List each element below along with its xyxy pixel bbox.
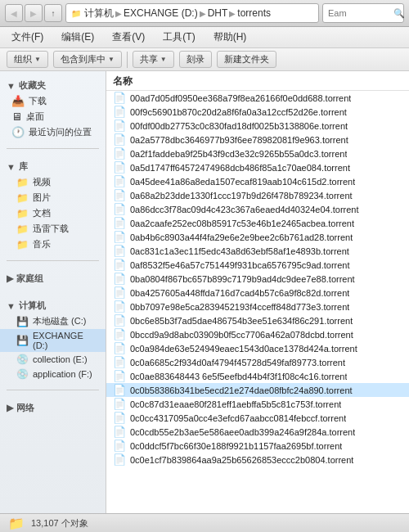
computer-label: 计算机 bbox=[19, 300, 46, 312]
breadcrumb-computer[interactable]: 计算机 bbox=[84, 7, 114, 20]
favorites-label: 收藏夹 bbox=[19, 79, 46, 92]
list-item[interactable]: 📄0ac831c1a3ec11f5edc43a8d63ebf58af1e4893… bbox=[106, 244, 409, 258]
up-button[interactable]: ↑ bbox=[44, 4, 62, 22]
sidebar-item-drive-e[interactable]: 💿 collection (E:) bbox=[0, 352, 106, 367]
computer-arrow: ▼ bbox=[7, 301, 16, 311]
torrent-file-icon: 📄 bbox=[113, 314, 126, 327]
breadcrumb-torrents[interactable]: torrents bbox=[237, 7, 271, 19]
list-item[interactable]: 📄0ab4b6c8903a44f4fa29e6e2e9bee2c6b761ad2… bbox=[106, 230, 409, 244]
menu-help[interactable]: 帮助(H) bbox=[209, 29, 252, 46]
list-item[interactable]: 📄0ba4257605a448ffda716d7cad4b57c6a9f8c82… bbox=[106, 286, 409, 300]
menu-tools[interactable]: 工具(T) bbox=[158, 29, 200, 46]
menubar: 文件(F) 编辑(E) 查看(V) 工具(T) 帮助(H) bbox=[0, 27, 409, 48]
burn-label: 刻录 bbox=[187, 53, 204, 65]
sidebar-item-drive-f[interactable]: 💿 application (F:) bbox=[0, 367, 106, 381]
list-item[interactable]: 📄0c0ae883648443 6e5f5eefbd44b4f3f1f08c4c… bbox=[106, 369, 409, 383]
list-item[interactable]: 📄0a2a5778dbc3646977b93f6ee78982081f9e963… bbox=[106, 133, 409, 147]
file-name: 0c0a6685c2f934d0af4794f45728d549faf89773… bbox=[130, 358, 345, 367]
list-item[interactable]: 📄00fdf00db27753c0c830fad18df0025b3138806… bbox=[106, 119, 409, 133]
search-input[interactable] bbox=[328, 8, 393, 18]
network-arrow: ▶ bbox=[7, 403, 13, 413]
network-header[interactable]: ▶ 网络 bbox=[0, 399, 106, 416]
torrent-file-icon: 📄 bbox=[113, 453, 126, 466]
file-name: 00fdf00db27753c0c830fad18df0025b3138806e… bbox=[130, 121, 348, 131]
torrent-file-icon: 📄 bbox=[113, 426, 126, 438]
organize-button[interactable]: 组织 ▼ bbox=[7, 51, 48, 68]
videos-icon: 📁 bbox=[16, 177, 29, 188]
file-name: 0af8532f5e46a57c751449f931bca6576795c9ad… bbox=[130, 260, 350, 270]
sidebar-item-drive-c[interactable]: 💾 本地磁盘 (C:) bbox=[0, 313, 106, 329]
torrent-file-icon: 📄 bbox=[113, 398, 126, 410]
list-item[interactable]: 📄0c0c87d31eaae80f281eff1aebffa5b5c81c753… bbox=[106, 397, 409, 411]
sidebar: ▼ 收藏夹 📥 下载 🖥 桌面 🕐 最近访问的位置 ▼ 库 bbox=[0, 71, 106, 513]
list-item[interactable]: 📄0bb7097e98e5ca2839452193f4cceff848d773e… bbox=[106, 300, 409, 313]
list-item[interactable]: 📄0c0b58386b341be5ecd21e274dae08fbfc24a89… bbox=[106, 383, 409, 397]
search-box[interactable]: 🔍 bbox=[322, 3, 404, 23]
file-name: 0c0cc4317095a0cc4e3efcd67aabcc0814febccf… bbox=[130, 413, 346, 423]
sidebar-item-xunlei[interactable]: 📁 迅雷下载 bbox=[0, 221, 106, 237]
pictures-label: 图片 bbox=[33, 192, 51, 204]
include-library-button[interactable]: 包含到库中 ▼ bbox=[53, 51, 122, 68]
favorites-header[interactable]: ▼ 收藏夹 bbox=[0, 76, 106, 93]
share-button[interactable]: 共享 ▼ bbox=[133, 51, 174, 68]
computer-header[interactable]: ▼ 计算机 bbox=[0, 296, 106, 313]
menu-file[interactable]: 文件(F) bbox=[7, 29, 48, 46]
statusbar-folder-icon: 📁 bbox=[8, 516, 25, 531]
menu-edit[interactable]: 编辑(E) bbox=[56, 29, 99, 46]
list-item[interactable]: 📄0a68a2b23dde1330f1ccc197b9d26f478b78923… bbox=[106, 188, 409, 202]
list-item[interactable]: 📄0bc6e85b3f7ad5dae486754b3ee51e634f86c29… bbox=[106, 313, 409, 327]
downloads-icon: 📥 bbox=[11, 95, 25, 107]
include-library-label: 包含到库中 bbox=[61, 53, 106, 65]
list-item[interactable]: 📄0c0e1cf7b839864aa9a25b65626853eccc2b080… bbox=[106, 453, 409, 467]
torrent-file-icon: 📄 bbox=[113, 300, 126, 313]
list-item[interactable]: 📄00f9c56901b870c20d2a8f6fa0a3a12ccf52d26… bbox=[106, 105, 409, 119]
list-item[interactable]: 📄0c0ddcf5f7bc66f30e188f9921b1157faa2695b… bbox=[106, 439, 409, 453]
list-item[interactable]: 📄0bccd9a9d8abc03909b0f5cc7706a462a078dcb… bbox=[106, 327, 409, 341]
sidebar-item-videos[interactable]: 📁 视频 bbox=[0, 174, 106, 190]
list-item[interactable]: 📄00ad7d05df0950ee368a79f8ea26166f0e0dd68… bbox=[106, 91, 409, 105]
list-item[interactable]: 📄0c0cc4317095a0cc4e3efcd67aabcc0814febcc… bbox=[106, 411, 409, 425]
file-name: 0a2f1faddeba9f25b43f9cd3e32c9265b55a0dc3… bbox=[130, 149, 347, 159]
file-name: 0aa2caafe252ec08b85917c53e46b1e2465acbea… bbox=[130, 219, 354, 228]
sidebar-item-desktop[interactable]: 🖥 桌面 bbox=[0, 109, 106, 124]
list-item[interactable]: 📄0ba0804f867bc657b899c7179b9ad4dc9dee7e8… bbox=[106, 272, 409, 286]
torrent-file-icon: 📄 bbox=[113, 412, 126, 424]
list-item[interactable]: 📄0af8532f5e46a57c751449f931bca6576795c9a… bbox=[106, 258, 409, 272]
videos-label: 视频 bbox=[33, 176, 51, 188]
list-item[interactable]: 📄0c0a6685c2f934d0af4794f45728d549faf8977… bbox=[106, 355, 409, 369]
sidebar-item-downloads[interactable]: 📥 下载 bbox=[0, 93, 106, 109]
recent-label: 最近访问的位置 bbox=[29, 126, 92, 138]
list-item[interactable]: 📄0a2f1faddeba9f25b43f9cd3e32c9265b55a0dc… bbox=[106, 147, 409, 160]
sidebar-item-drive-d[interactable]: 💾 EXCHANGE (D:) bbox=[0, 329, 106, 352]
sidebar-item-documents[interactable]: 📁 文档 bbox=[0, 205, 106, 221]
libraries-header[interactable]: ▼ 库 bbox=[0, 157, 106, 174]
list-item[interactable]: 📄0c0cdb55e2b3ae5e586aee0adb399a246a9f284… bbox=[106, 425, 409, 439]
list-item[interactable]: 📄0c0a984de63e524949eaec1543d0ace1378d424… bbox=[106, 341, 409, 355]
file-name: 0ba4257605a448ffda716d7cad4b57c6a9f8c82d… bbox=[130, 288, 349, 298]
drive-c-icon: 💾 bbox=[16, 316, 29, 327]
list-item[interactable]: 📄0aa2caafe252ec08b85917c53e46b1e2465acbe… bbox=[106, 216, 409, 230]
organize-arrow: ▼ bbox=[34, 56, 41, 63]
homegroup-header[interactable]: ▶ 家庭组 bbox=[0, 269, 106, 286]
new-folder-button[interactable]: 新建文件夹 bbox=[217, 51, 276, 68]
torrent-file-icon: 📄 bbox=[113, 203, 126, 215]
list-item[interactable]: 📄0a86dcc3f78ac09d4c423c367a6eaed4d40324e… bbox=[106, 202, 409, 216]
column-header: 名称 bbox=[106, 71, 409, 91]
sidebar-item-music[interactable]: 📁 音乐 bbox=[0, 237, 106, 252]
back-button[interactable]: ◀ bbox=[5, 4, 23, 22]
sidebar-item-pictures[interactable]: 📁 图片 bbox=[0, 190, 106, 205]
file-name: 0ba0804f867bc657b899c7179b9ad4dc9dee7e88… bbox=[130, 274, 355, 284]
statusbar: 📁 13,107 个对象 bbox=[0, 513, 409, 532]
menu-view[interactable]: 查看(V) bbox=[107, 29, 150, 46]
address-bar[interactable]: 📁 计算机 ▶ EXCHANGE (D:) ▶ DHT ▶ torrents bbox=[65, 3, 319, 23]
torrent-file-icon: 📄 bbox=[113, 384, 126, 396]
breadcrumb-exchange[interactable]: EXCHANGE (D:) bbox=[124, 7, 198, 19]
list-item[interactable]: 📄0a45dee41a86a8eda1507ecaf819aab104c615d… bbox=[106, 174, 409, 188]
sidebar-item-recent[interactable]: 🕐 最近访问的位置 bbox=[0, 124, 106, 140]
burn-button[interactable]: 刻录 bbox=[179, 51, 212, 68]
breadcrumb-dht[interactable]: DHT bbox=[208, 7, 228, 19]
list-item[interactable]: 📄0a5d1747ff64572474968dcb486f85a1c70ae08… bbox=[106, 160, 409, 174]
computer-section: ▼ 计算机 💾 本地磁盘 (C:) 💾 EXCHANGE (D:) 💿 coll… bbox=[0, 291, 106, 386]
torrent-file-icon: 📄 bbox=[113, 286, 126, 299]
forward-button[interactable]: ▶ bbox=[25, 4, 43, 22]
